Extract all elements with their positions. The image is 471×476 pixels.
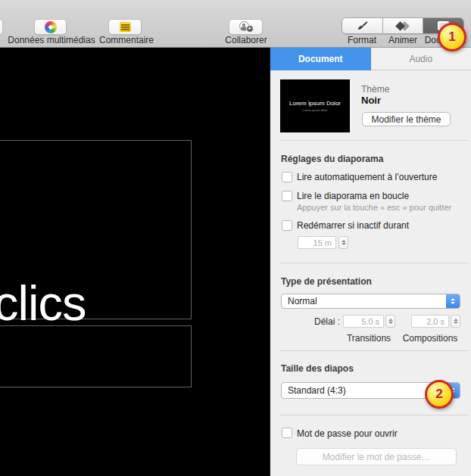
restart-idle-label: Redémarrer si inactif durant	[297, 220, 409, 231]
tab-document[interactable]: Document	[270, 48, 371, 70]
transitions-label: Transitions	[338, 333, 399, 344]
password-checkbox[interactable]	[282, 428, 292, 438]
format-segment-label: Format	[342, 36, 382, 45]
tab-audio[interactable]: Audio	[371, 48, 471, 70]
toolbar: Données multimédias Commentaire + Collab…	[0, 0, 471, 48]
theme-thumbnail-subtitle: Lorem ipsum dolor	[302, 108, 327, 112]
theme-name: Noir	[361, 95, 381, 106]
divider	[279, 140, 469, 141]
loop-checkbox[interactable]	[282, 191, 292, 201]
slide-title-text[interactable]: clics	[0, 278, 86, 328]
divider	[279, 415, 469, 415]
slide-placeholder-box-bottom[interactable]	[0, 325, 192, 387]
collaborate-icon: +	[239, 21, 254, 33]
loop-hint: Appuyer sur la touche « esc » pour quitt…	[297, 203, 451, 212]
autoplay-checkbox[interactable]	[282, 172, 292, 182]
password-label: Mot de passe pour ouvrir	[297, 428, 398, 439]
comment-button-label: Commentaire	[99, 36, 152, 45]
delay-label: Délai :	[282, 316, 340, 327]
slide-size-header: Taille des diapos	[281, 363, 354, 374]
animate-segment-label: Animer	[382, 36, 423, 45]
build-delay-stepper[interactable]	[451, 315, 460, 328]
divider	[279, 350, 469, 351]
slideshow-settings-header: Réglages du diaporama	[281, 154, 383, 164]
paintbrush-icon	[356, 20, 368, 32]
media-button[interactable]	[34, 19, 67, 35]
dropdown-arrows-icon	[446, 294, 460, 308]
theme-label: Thème	[361, 84, 389, 95]
idle-delay-field[interactable]: 15 m	[298, 236, 336, 249]
format-segment[interactable]	[342, 18, 383, 33]
comment-button[interactable]	[108, 19, 142, 35]
autoplay-label: Lire automatiquement à l’ouverture	[297, 172, 437, 182]
theme-thumbnail-title: Lorem Ipsum Dolor	[289, 100, 341, 107]
document-inspector-panel: Document Audio Lorem Ipsum Dolor Lorem i…	[270, 48, 471, 476]
transition-delay-stepper[interactable]	[385, 315, 395, 328]
media-button-label: Données multimédias	[3, 36, 100, 45]
slide-canvas[interactable]: clics	[0, 48, 270, 476]
idle-delay-stepper[interactable]	[338, 236, 348, 249]
annotation-step-1-badge: 1	[438, 23, 466, 51]
presentation-type-value: Normal	[282, 296, 446, 306]
presentation-type-header: Type de présentation	[281, 276, 372, 287]
collaborate-button[interactable]: +	[229, 19, 263, 35]
divider	[279, 263, 469, 263]
build-delay-field[interactable]: 2.0 s	[411, 315, 449, 328]
photos-icon	[45, 21, 57, 33]
change-password-button[interactable]: Modifier le mot de passe…	[296, 448, 457, 465]
toolbar-button-fragment[interactable]	[0, 19, 3, 35]
presentation-type-dropdown[interactable]: Normal	[281, 294, 460, 309]
builds-label: Compositions	[398, 333, 463, 344]
inspector-tabs: Document Audio	[270, 48, 471, 70]
change-theme-button[interactable]: Modifier le thème	[362, 112, 451, 126]
restart-idle-checkbox[interactable]	[282, 220, 292, 231]
theme-thumbnail[interactable]: Lorem Ipsum Dolor Lorem ipsum dolor	[280, 79, 350, 132]
slide-size-value: Standard (4:3)	[282, 385, 446, 396]
transition-delay-field[interactable]: 5.0 s	[343, 315, 384, 328]
annotation-step-2-badge: 2	[425, 380, 454, 409]
comment-icon	[120, 22, 131, 32]
animate-diamonds-icon	[395, 20, 410, 31]
collaborate-button-label: Collaborer	[223, 36, 270, 45]
animate-segment[interactable]	[383, 18, 424, 33]
loop-label: Lire le diaporama en boucle	[297, 191, 409, 201]
